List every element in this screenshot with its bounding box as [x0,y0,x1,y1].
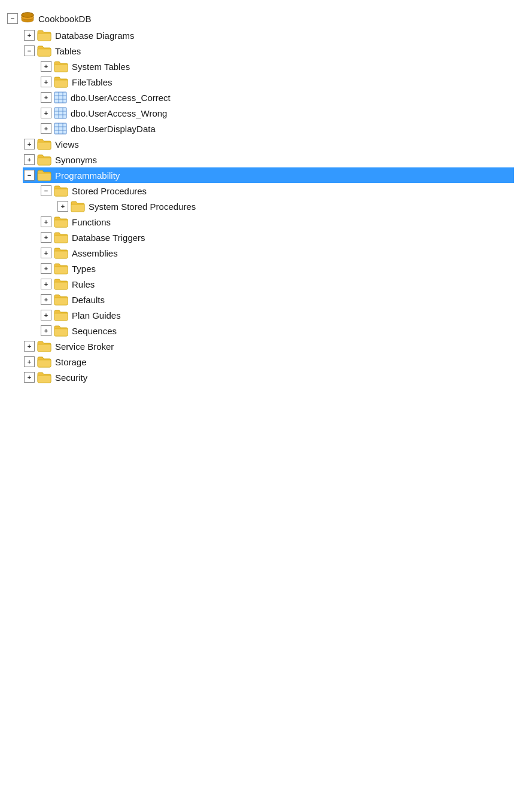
expand-database-triggers[interactable]: + [41,232,51,243]
tree-row-views[interactable]: + Views [23,136,514,152]
tree-row-plan-guides[interactable]: + Plan Guides [39,307,514,323]
children-stored-procedures: + System Stored Procedures [56,199,514,214]
label-types: Types [72,264,96,274]
tree-row-tables[interactable]: − Tables [23,43,514,59]
label-useraccess-wrong: dbo.UserAccess_Wrong [71,108,167,118]
folder-icon-filetables [54,76,68,88]
label-cookbookdb: CookbookDB [38,14,91,24]
folder-icon-functions [54,216,68,228]
tree-item-storage: + Storage [23,354,514,370]
table-icon-useraccess-correct [54,91,67,103]
expand-storage[interactable]: + [24,356,35,367]
tree-row-service-broker[interactable]: + Service Broker [23,338,514,354]
folder-icon-synonyms [37,154,51,166]
label-service-broker: Service Broker [55,341,114,352]
expand-useraccess-correct[interactable]: + [41,92,51,103]
label-system-tables: System Tables [72,62,130,72]
expand-cookbookdb[interactable]: − [7,13,18,24]
folder-icon-db-diagrams [37,29,51,41]
expand-plan-guides[interactable]: + [41,310,51,320]
tree-row-db-diagrams[interactable]: + Database Diagrams [23,28,514,43]
expand-tables[interactable]: − [24,45,35,56]
folder-icon-views [37,138,51,150]
tree-row-assemblies[interactable]: + Assemblies [39,245,514,261]
label-userdisplaydata: dbo.UserDisplayData [71,124,156,134]
svg-rect-2 [54,92,66,103]
expand-service-broker[interactable]: + [24,341,35,352]
folder-icon-security [37,371,51,383]
expand-synonyms[interactable]: + [24,154,35,165]
folder-icon-service-broker [37,340,51,352]
tree-item-types: + Types [39,261,514,276]
tree-row-security[interactable]: + Security [23,370,514,385]
expand-defaults[interactable]: + [41,294,51,305]
folder-icon-defaults [54,294,68,306]
database-icon [20,11,35,26]
tree-item-system-tables: + System Tables [39,59,514,74]
folder-icon-assemblies [54,247,68,259]
tree-row-sequences[interactable]: + Sequences [39,323,514,338]
folder-icon-types [54,262,68,274]
tree-item-assemblies: + Assemblies [39,245,514,261]
expand-assemblies[interactable]: + [41,248,51,258]
tree-row-synonyms[interactable]: + Synonyms [23,152,514,167]
tree-row-useraccess-correct[interactable]: + dbo.UserAccess_Correct [39,90,514,105]
expand-useraccess-wrong[interactable]: + [41,108,51,118]
tree-item-useraccess-wrong: + dbo.UserAccess_Wrong [39,105,514,121]
expand-db-diagrams[interactable]: + [24,30,35,41]
expand-types[interactable]: + [41,263,51,274]
folder-icon-system-stored-procedures [71,200,85,212]
expand-filetables[interactable]: + [41,77,51,87]
expand-userdisplaydata[interactable]: + [41,123,51,134]
tree-row-functions[interactable]: + Functions [39,214,514,230]
expand-security[interactable]: + [24,372,35,383]
tree-item-tables: − Tables + [23,43,514,136]
tree-row-stored-procedures[interactable]: − Stored Procedures [39,183,514,199]
tree-item-programmability: − Programmability − [23,167,514,338]
label-assemblies: Assemblies [72,248,118,258]
tree-row-types[interactable]: + Types [39,261,514,276]
tree-item-useraccess-correct: + dbo.UserAccess_Correct [39,90,514,105]
expand-stored-procedures[interactable]: − [41,185,51,196]
svg-rect-7 [54,108,66,118]
tree-row-defaults[interactable]: + Defaults [39,292,514,307]
tree-row-system-tables[interactable]: + System Tables [39,59,514,74]
children-cookbookdb: + Database Diagrams − Tables [23,28,514,385]
tree-item-cookbookdb: − CookbookDB + Database Diagrams [6,10,514,385]
label-functions: Functions [72,217,111,227]
tree-item-filetables: + FileTables [39,74,514,90]
tree-row-userdisplaydata[interactable]: + dbo.UserDisplayData [39,121,514,136]
expand-rules[interactable]: + [41,279,51,289]
tree-item-sequences: + Sequences [39,323,514,338]
label-db-diagrams: Database Diagrams [55,30,135,41]
expand-programmability[interactable]: − [24,170,35,181]
tree-row-useraccess-wrong[interactable]: + dbo.UserAccess_Wrong [39,105,514,121]
label-synonyms: Synonyms [55,155,97,165]
tree-row-programmability[interactable]: − Programmability [23,167,514,183]
folder-icon-storage [37,356,51,368]
tree-row-storage[interactable]: + Storage [23,354,514,370]
tree-row-system-stored-procedures[interactable]: + System Stored Procedures [56,199,514,214]
table-icon-userdisplaydata [54,123,67,135]
tree-item-rules: + Rules [39,276,514,292]
tree-row-rules[interactable]: + Rules [39,276,514,292]
expand-system-tables[interactable]: + [41,61,51,72]
object-explorer-tree: − CookbookDB + Database Diagrams [6,10,514,385]
tree-item-service-broker: + Service Broker [23,338,514,354]
tree-row-database-triggers[interactable]: + Database Triggers [39,230,514,245]
label-programmability: Programmability [55,170,120,181]
label-security: Security [55,373,87,383]
expand-system-stored-procedures[interactable]: + [57,201,68,212]
tree-item-stored-procedures: − Stored Procedures + [39,183,514,214]
tree-row-cookbookdb[interactable]: − CookbookDB [6,10,514,28]
children-tables: + System Tables + [39,59,514,136]
expand-sequences[interactable]: + [41,325,51,336]
tree-item-db-diagrams: + Database Diagrams [23,28,514,43]
label-defaults: Defaults [72,295,105,305]
tree-item-userdisplaydata: + dbo.UserDisplayData [39,121,514,136]
label-useraccess-correct: dbo.UserAccess_Correct [71,93,171,103]
folder-icon-programmability [37,169,51,181]
tree-row-filetables[interactable]: + FileTables [39,74,514,90]
expand-views[interactable]: + [24,139,35,149]
expand-functions[interactable]: + [41,216,51,227]
